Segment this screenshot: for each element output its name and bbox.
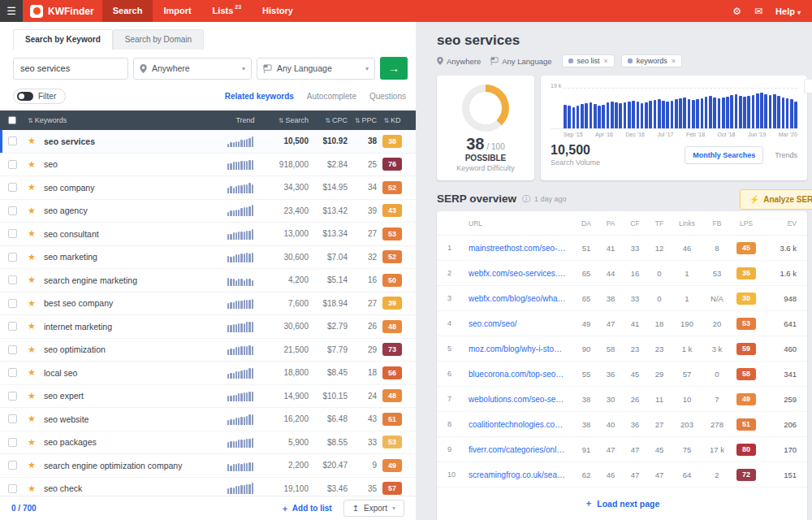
row-checkbox[interactable] (8, 322, 17, 331)
info-icon[interactable]: ⓘ (522, 193, 530, 205)
column-search[interactable]: ⇅Search (263, 116, 309, 124)
load-next-page-button[interactable]: ＋Load next page (437, 488, 807, 520)
table-row[interactable]: ★seo check19,100$3.463557 (0, 478, 416, 496)
subtab-autocomplete[interactable]: Autocomplete (307, 92, 356, 101)
row-checkbox[interactable] (8, 345, 17, 354)
tab-search-by-domain[interactable]: Search by Domain (113, 29, 204, 50)
table-row[interactable]: ★seo918,000$2.842576 (0, 154, 416, 177)
row-checkbox[interactable] (8, 438, 17, 447)
favorite-star-icon[interactable]: ★ (28, 322, 44, 331)
kd-badge[interactable]: 57 (382, 482, 402, 495)
table-row[interactable]: ★search engine optimization company2,200… (0, 454, 416, 478)
favorite-star-icon[interactable]: ★ (28, 345, 44, 354)
serp-url-link[interactable]: webolutions.com/seo-services/ (469, 395, 574, 404)
table-row[interactable]: ★best seo company7,600$18.942739 (0, 292, 416, 316)
filter-switch-icon[interactable] (17, 92, 33, 101)
column-cpc[interactable]: ⇅CPC (309, 116, 348, 124)
kd-badge[interactable]: 52 (382, 250, 402, 263)
row-checkbox[interactable] (8, 160, 17, 169)
row-checkbox[interactable] (8, 392, 17, 401)
nav-item-history[interactable]: History (252, 0, 304, 22)
favorite-star-icon[interactable]: ★ (28, 136, 44, 145)
row-checkbox[interactable] (8, 461, 17, 470)
serp-url-link[interactable]: coalitiontechnologies.com/seo-search-ser… (469, 420, 574, 429)
kd-badge[interactable]: 51 (382, 413, 402, 426)
column-kd[interactable]: ⇅KD (377, 116, 408, 124)
remove-chip-icon[interactable]: × (604, 57, 608, 65)
column-ppc[interactable]: ⇅PPC (348, 116, 377, 124)
favorite-star-icon[interactable]: ★ (28, 414, 44, 423)
search-submit-button[interactable]: → (380, 57, 408, 80)
tab-search-by-keyword[interactable]: Search by Keyword (13, 29, 113, 50)
filter-chip-keywords[interactable]: keywords× (621, 54, 682, 67)
nav-item-import[interactable]: Import (153, 0, 201, 22)
remove-chip-icon[interactable]: × (672, 57, 676, 65)
favorite-star-icon[interactable]: ★ (28, 438, 44, 447)
serp-url-link[interactable]: seo.com/seo/ (469, 319, 574, 328)
serp-url-link[interactable]: mainstreethost.com/seo-services/ (469, 244, 574, 253)
hamburger-menu-icon[interactable]: ☰ (0, 0, 23, 22)
analyze-serp-button[interactable]: ⚡Analyze SERP (740, 189, 812, 210)
favorite-star-icon[interactable]: ★ (28, 206, 44, 215)
serp-url-link[interactable]: bluecorona.com/top-seo-company/ (469, 370, 574, 379)
kd-badge[interactable]: 48 (382, 320, 402, 333)
chart-expand-control[interactable] (804, 79, 812, 93)
favorite-star-icon[interactable]: ★ (28, 160, 44, 169)
serp-url-link[interactable]: webfx.com/seo-services.html (469, 269, 574, 278)
favorite-star-icon[interactable]: ★ (28, 392, 44, 401)
mail-icon[interactable]: ✉ (754, 6, 762, 17)
tab-monthly-searches[interactable]: Monthly Searches (685, 146, 763, 164)
row-checkbox[interactable] (8, 414, 17, 423)
add-to-list-button[interactable]: ＋Add to list (281, 503, 332, 514)
location-select[interactable]: Anywhere ▾ (133, 58, 252, 80)
brand-logo[interactable]: KWFinder (23, 5, 102, 18)
kd-badge[interactable]: 53 (382, 228, 402, 240)
table-row[interactable]: ★search engine marketing4,200$5.141650 (0, 269, 416, 292)
favorite-star-icon[interactable]: ★ (28, 461, 44, 470)
row-checkbox[interactable] (8, 484, 17, 493)
row-checkbox[interactable] (8, 253, 17, 262)
table-row[interactable]: ★local seo18,800$8.451856 (0, 362, 416, 385)
row-checkbox[interactable] (8, 206, 17, 215)
keyword-search-input[interactable] (13, 58, 128, 80)
row-checkbox[interactable] (8, 299, 17, 308)
export-button[interactable]: ↥Export▾ (343, 500, 404, 517)
table-row[interactable]: ★seo packages5,900$8.553353 (0, 431, 416, 455)
nav-item-lists[interactable]: Lists23 (202, 0, 252, 22)
kd-badge[interactable]: 38 (382, 135, 402, 148)
row-checkbox[interactable] (8, 183, 17, 192)
row-checkbox[interactable] (8, 229, 17, 238)
help-menu[interactable]: Help ▾ (775, 6, 801, 16)
kd-badge[interactable]: 56 (382, 366, 402, 379)
serp-url-link[interactable]: screamingfrog.co.uk/search-engine-optimi… (469, 470, 574, 479)
nav-item-search[interactable]: Search (102, 0, 153, 22)
row-checkbox[interactable] (8, 368, 17, 377)
column-keywords[interactable]: ⇅Keywords (28, 116, 227, 124)
kd-badge[interactable]: 49 (382, 459, 402, 472)
favorite-star-icon[interactable]: ★ (28, 229, 44, 238)
favorite-star-icon[interactable]: ★ (28, 484, 44, 493)
kd-badge[interactable]: 39 (382, 297, 402, 310)
subtab-questions[interactable]: Questions (369, 92, 406, 101)
table-row[interactable]: ★seo consultant13,000$13.342753 (0, 223, 416, 246)
serp-url-link[interactable]: moz.com/blog/why-i-stopped-selling-seo (469, 344, 574, 353)
subtab-related-keywords[interactable]: Related keywords (225, 92, 294, 101)
kd-badge[interactable]: 48 (382, 389, 402, 402)
kd-badge[interactable]: 76 (382, 158, 402, 171)
favorite-star-icon[interactable]: ★ (28, 183, 44, 192)
filter-chip-seo-list[interactable]: seo list× (562, 54, 615, 67)
serp-url-link[interactable]: fiverr.com/categories/online-marketing (469, 445, 574, 454)
language-select[interactable]: Any Language ▾ (257, 58, 375, 80)
filter-toggle[interactable]: Filter (13, 89, 66, 104)
kd-badge[interactable]: 52 (382, 181, 402, 194)
kd-badge[interactable]: 43 (382, 204, 402, 217)
row-checkbox[interactable] (8, 136, 17, 145)
table-row[interactable]: ★seo company34,300$14.953452 (0, 176, 416, 200)
kd-badge[interactable]: 53 (382, 436, 402, 448)
table-row[interactable]: ★seo optimization21,500$7.792973 (0, 339, 416, 362)
table-row[interactable]: ★seo expert14,900$10.152448 (0, 385, 416, 409)
tab-trends[interactable]: Trends (775, 151, 797, 159)
kd-badge[interactable]: 50 (382, 274, 402, 287)
table-row[interactable]: ★seo website16,200$6.484351 (0, 408, 416, 431)
table-row[interactable]: ★internet marketing30,600$2.792648 (0, 315, 416, 339)
